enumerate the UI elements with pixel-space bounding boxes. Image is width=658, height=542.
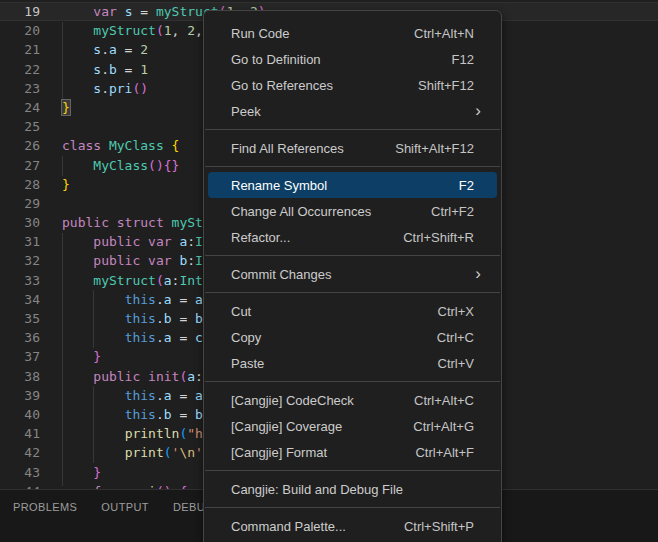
code-line-text: }: [62, 175, 70, 194]
menu-separator: [205, 292, 500, 293]
menu-item-go-to-definition[interactable]: Go to DefinitionF12: [204, 46, 501, 72]
code-token: .: [101, 81, 109, 96]
code-token: [62, 426, 125, 441]
code-token: .: [101, 62, 109, 77]
line-number[interactable]: 22: [0, 60, 40, 79]
code-token: myStruct: [93, 23, 156, 38]
code-token: }: [172, 158, 180, 173]
menu-item-label: [Cangjie] CodeCheck: [231, 393, 354, 408]
menu-item-label: Paste: [231, 356, 264, 371]
line-number[interactable]: 34: [0, 290, 40, 309]
code-token: ,: [172, 23, 188, 38]
menu-item-rename-symbol[interactable]: Rename SymbolF2: [208, 172, 497, 198]
code-token: [140, 253, 148, 268]
code-token: [62, 273, 93, 288]
code-token: [109, 215, 117, 230]
line-number[interactable]: 32: [0, 251, 40, 270]
code-token: I: [195, 253, 203, 268]
line-number[interactable]: 37: [0, 347, 40, 366]
menu-item-command-palette[interactable]: Command Palette...Ctrl+Shift+P: [204, 513, 501, 539]
line-number[interactable]: 39: [0, 386, 40, 405]
code-line-text: this.a = c: [62, 328, 203, 347]
menu-item-find-all-references[interactable]: Find All ReferencesShift+Alt+F12: [204, 135, 501, 161]
code-token: print: [125, 445, 164, 460]
code-token: [62, 369, 93, 384]
context-menu: Run CodeCtrl+Alt+NGo to DefinitionF12Go …: [203, 10, 502, 542]
line-number[interactable]: 25: [0, 117, 40, 136]
line-number[interactable]: 43: [0, 463, 40, 482]
code-token: :: [187, 234, 195, 249]
menu-item-shortcut: Shift+F12: [418, 78, 474, 93]
code-token: [62, 158, 93, 173]
line-number[interactable]: 41: [0, 424, 40, 443]
line-number[interactable]: 23: [0, 79, 40, 98]
menu-separator: [205, 129, 500, 130]
code-token: [62, 292, 125, 307]
line-number[interactable]: 35: [0, 309, 40, 328]
menu-item-label: Peek: [231, 104, 261, 119]
line-number[interactable]: 31: [0, 232, 40, 251]
code-token: 2: [187, 23, 195, 38]
menu-item-refactor[interactable]: Refactor...Ctrl+Shift+R: [204, 224, 501, 250]
line-number[interactable]: 36: [0, 328, 40, 347]
menu-item-cangjie-build-and-debug-file[interactable]: Cangjie: Build and Debug File: [204, 476, 501, 502]
menu-item-copy[interactable]: CopyCtrl+C: [204, 324, 501, 350]
line-number[interactable]: 29: [0, 194, 40, 213]
menu-item-run-code[interactable]: Run CodeCtrl+Alt+N: [204, 20, 501, 46]
code-token: (: [156, 273, 164, 288]
code-token: b: [109, 62, 117, 77]
menu-item-commit-changes[interactable]: Commit Changes›: [204, 261, 501, 287]
menu-separator: [205, 255, 500, 256]
code-token: c: [195, 330, 203, 345]
code-token: .: [101, 42, 109, 57]
line-number[interactable]: 21: [0, 40, 40, 59]
menu-item-shortcut: Ctrl+C: [437, 330, 474, 345]
code-token: b: [195, 407, 203, 422]
menu-separator: [205, 507, 500, 508]
line-number[interactable]: 40: [0, 405, 40, 424]
code-token: {: [164, 158, 172, 173]
code-token: .: [156, 388, 164, 403]
line-number[interactable]: 27: [0, 156, 40, 175]
menu-item-shortcut: F2: [459, 178, 474, 193]
menu-separator: [205, 381, 500, 382]
line-number[interactable]: 42: [0, 443, 40, 462]
menu-item-cangjie-format[interactable]: [Cangjie] FormatCtrl+Alt+F: [204, 439, 501, 465]
code-token: this: [125, 311, 156, 326]
line-number[interactable]: 33: [0, 271, 40, 290]
line-number[interactable]: 19: [0, 2, 40, 21]
menu-item-label: [Cangjie] Coverage: [231, 419, 342, 434]
menu-item-paste[interactable]: PasteCtrl+V: [204, 350, 501, 376]
menu-item-change-all-occurrences[interactable]: Change All OccurrencesCtrl+F2: [204, 198, 501, 224]
code-token: =: [132, 4, 155, 19]
menu-item-shortcut: Ctrl+Alt+C: [414, 393, 474, 408]
line-number[interactable]: 38: [0, 367, 40, 386]
code-line-text: }: [62, 463, 101, 482]
menu-item-cangjie-coverage[interactable]: [Cangjie] CoverageCtrl+Alt+G: [204, 413, 501, 439]
code-token: this: [125, 388, 156, 403]
menu-item-cangjie-codecheck[interactable]: [Cangjie] CodeCheckCtrl+Alt+C: [204, 387, 501, 413]
line-number[interactable]: 24: [0, 98, 40, 117]
line-number[interactable]: 28: [0, 175, 40, 194]
line-number[interactable]: 44: [0, 482, 40, 489]
code-token: }: [62, 177, 70, 192]
panel-tab-output[interactable]: OUTPUT: [101, 501, 149, 513]
line-number[interactable]: 20: [0, 21, 40, 40]
code-token: .: [156, 311, 164, 326]
code-token: [62, 330, 125, 345]
menu-item-go-to-references[interactable]: Go to ReferencesShift+F12: [204, 72, 501, 98]
code-token: Int: [179, 273, 202, 288]
code-line-text: }: [62, 347, 101, 366]
code-token: class: [62, 138, 101, 153]
code-token: a: [195, 292, 203, 307]
menu-item-cut[interactable]: CutCtrl+X: [204, 298, 501, 324]
line-number[interactable]: 26: [0, 136, 40, 155]
line-number[interactable]: 30: [0, 213, 40, 232]
panel-tab-problems[interactable]: PROBLEMS: [13, 501, 77, 513]
code-line-text: func pri() {: [62, 482, 187, 489]
code-token: a: [109, 42, 117, 57]
menu-item-peek[interactable]: Peek›: [204, 98, 501, 124]
code-token: var: [93, 4, 116, 19]
menu-item-label: Cut: [231, 304, 251, 319]
code-token: [62, 4, 93, 19]
